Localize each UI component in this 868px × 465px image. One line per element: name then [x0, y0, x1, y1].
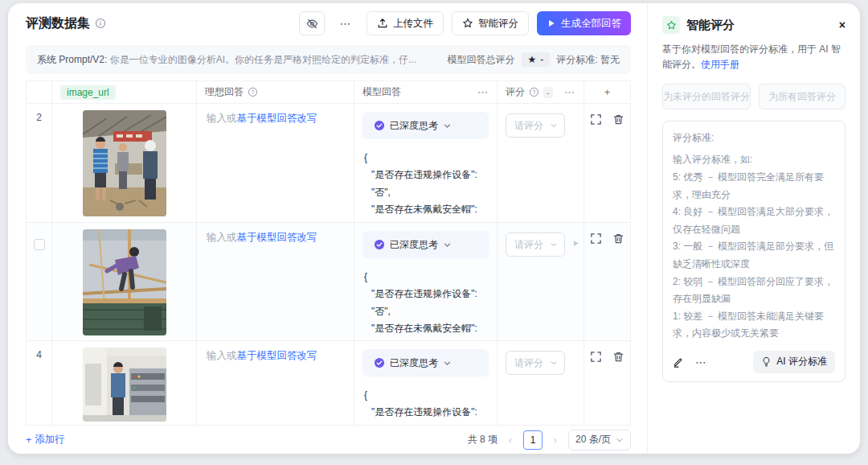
ideal-placeholder: 输入或 [207, 232, 237, 243]
criteria-more-icon[interactable]: ⋯ [695, 356, 707, 368]
system-prompt-label: 系统 Prompt/V2: [37, 54, 107, 65]
prompt-bar-right: 模型回答总评分 ★ - 评分标准: 暂无 [448, 52, 620, 67]
row-image[interactable] [83, 110, 166, 216]
toolbar: ⋯ 上传文件 智能评分 [299, 11, 631, 35]
chevron-down-icon [443, 121, 452, 130]
run-row-icon[interactable] [571, 239, 580, 248]
image-cell[interactable] [52, 104, 197, 223]
score-select[interactable]: 请评分 [506, 351, 565, 375]
delete-icon[interactable] [612, 113, 624, 222]
score-select[interactable]: 请评分 [506, 113, 565, 138]
score-select[interactable]: 请评分 [506, 232, 565, 257]
criteria-line: 4: 良好 － 模型回答满足大部分要求，仅存在轻微问题 [673, 204, 835, 238]
close-icon[interactable]: × [839, 19, 845, 31]
next-page-button[interactable]: › [549, 434, 562, 446]
play-icon [547, 19, 556, 28]
chevron-down-icon [616, 436, 624, 444]
rewrite-from-model-link[interactable]: 基于模型回答改写 [237, 350, 317, 361]
add-row-button[interactable]: + 添加行 [26, 433, 65, 446]
model-header-label: 模型回答 [362, 85, 401, 99]
toolbar-more-button[interactable]: ⋯ [333, 11, 358, 35]
criteria-placeholder: 输入评分标准，如: 5: 优秀 － 模型回答完全满足所有要求，理由充分 4: 良… [673, 151, 835, 343]
ai-criteria-button[interactable]: AI 评分标准 [753, 351, 835, 373]
header-score[interactable]: 评分 ? - ⋯ [497, 81, 584, 104]
header-ideal-answer[interactable]: 理想回答 ? [197, 81, 354, 104]
expand-icon[interactable] [590, 232, 602, 340]
criteria-editor[interactable]: 评分标准: 输入评分标准，如: 5: 优秀 － 模型回答完全满足所有要求，理由充… [662, 121, 845, 382]
delete-icon[interactable] [612, 351, 624, 425]
prev-page-button[interactable]: ‹ [504, 434, 517, 446]
deep-thought-label: 已深度思考 [390, 238, 438, 252]
score-buttons-row: 为未评分的回答评分 为所有回答评分 [662, 84, 845, 109]
score-all-button[interactable]: 为所有回答评分 [759, 84, 845, 109]
check-circle-icon [374, 120, 385, 131]
main-card: 评测数据集 ⋯ 上传文件 [8, 3, 860, 454]
ideal-answer-cell[interactable]: 输入或基于模型回答改写 [197, 104, 354, 223]
total-score-value: - [540, 54, 543, 65]
score-placeholder: 请评分 [514, 238, 543, 252]
header-index [27, 81, 52, 104]
expand-icon[interactable] [590, 351, 602, 425]
page-number[interactable]: 1 [523, 430, 542, 450]
row-actions [584, 104, 630, 223]
header-image-url[interactable]: image_url [52, 81, 197, 104]
criteria-line: 5: 优秀 － 模型回答完全满足所有要求，理由充分 [673, 169, 835, 204]
total-count: 共 8 项 [468, 433, 497, 446]
manual-link[interactable]: 使用手册 [701, 59, 739, 70]
add-column-button[interactable]: + [584, 81, 630, 104]
system-prompt-bar[interactable]: 系统 Prompt/V2: 你是一位专业的图像分析AI。你的任务是严格对照给定的… [26, 45, 631, 74]
criteria-status: 评分标准: 暂无 [556, 53, 620, 67]
model-answer-json[interactable]: { "是否存在违规操作设备": "否", "是否存在未佩戴安全帽": "是", … [362, 269, 489, 341]
eye-off-icon [306, 18, 318, 30]
ideal-placeholder: 输入或 [207, 350, 237, 361]
criteria-label: 评分标准: [673, 131, 835, 145]
row-actions [584, 341, 630, 425]
rewrite-from-model-link[interactable]: 基于模型回答改写 [237, 113, 317, 124]
expand-icon[interactable] [590, 113, 602, 222]
chevron-down-icon [550, 359, 558, 367]
delete-icon[interactable] [612, 232, 624, 340]
ideal-placeholder: 输入或 [207, 113, 237, 124]
lightbulb-icon [761, 356, 772, 367]
upload-file-button[interactable]: 上传文件 [366, 11, 444, 35]
panel-title: 智能评分 [686, 18, 735, 33]
generate-all-button[interactable]: 生成全部回答 [537, 11, 631, 35]
star-filled-icon: ★ [528, 54, 537, 65]
smart-score-label: 智能评分 [478, 17, 518, 31]
image-cell[interactable] [52, 223, 197, 341]
model-answer-json[interactable]: { "是否存在违规操作设备": "否", "是否存在未佩戴安全帽": "是", … [362, 387, 489, 425]
system-prompt-content: 你是一位专业的图像分析AI。你的任务是严格对照给定的判定标准，仔... [107, 54, 416, 65]
ideal-answer-cell[interactable]: 输入或基于模型回答改写 [197, 341, 354, 425]
ideal-answer-cell[interactable]: 输入或基于模型回答改写 [197, 223, 354, 341]
main-panel: 评测数据集 ⋯ 上传文件 [8, 3, 647, 454]
row-actions [584, 223, 630, 341]
image-cell[interactable] [52, 341, 197, 425]
smart-score-button[interactable]: 智能评分 [452, 11, 529, 35]
table-footer: + 添加行 共 8 项 ‹ 1 › 20 条/页 [26, 425, 631, 454]
chevron-down-icon [550, 241, 558, 249]
row-image[interactable] [83, 348, 166, 422]
rewrite-from-model-link[interactable]: 基于模型回答改写 [237, 232, 317, 243]
model-column-more-icon[interactable]: ⋯ [477, 86, 489, 98]
score-cell: 请评分 [497, 341, 584, 425]
row-image[interactable] [83, 229, 166, 335]
model-answer-cell: 已深度思考 { "是否存在违规操作设备": "否", "是否存在未佩戴安全帽":… [354, 104, 497, 223]
upload-label: 上传文件 [393, 17, 433, 31]
header-model-answer[interactable]: 模型回答 ⋯ [354, 81, 497, 104]
deep-thought-toggle[interactable]: 已深度思考 [362, 231, 489, 258]
model-answer-cell: 已深度思考 { "是否存在违规操作设备": "否", "是否存在未佩戴安全帽":… [354, 341, 497, 425]
hide-columns-button[interactable] [299, 11, 325, 35]
row-checkbox[interactable] [34, 239, 45, 250]
edit-pencil-icon[interactable] [673, 356, 684, 368]
deep-thought-toggle[interactable]: 已深度思考 [362, 112, 489, 139]
info-icon[interactable] [95, 18, 106, 29]
model-answer-json[interactable]: { "是否存在违规操作设备": "否", "是否存在未佩戴安全帽": "是", … [362, 150, 489, 223]
deep-thought-toggle[interactable]: 已深度思考 [362, 349, 489, 377]
total-score-pill[interactable]: ★ - [522, 52, 551, 67]
page-size-select[interactable]: 20 条/页 [568, 430, 631, 451]
table-row: 4 [27, 341, 630, 425]
score-unscored-button[interactable]: 为未评分的回答评分 [662, 84, 751, 109]
score-column-more-icon[interactable]: ⋯ [564, 86, 575, 98]
json-line: "是否存在未佩戴安全帽": "是", [364, 201, 489, 223]
deep-thought-label: 已深度思考 [390, 356, 438, 370]
